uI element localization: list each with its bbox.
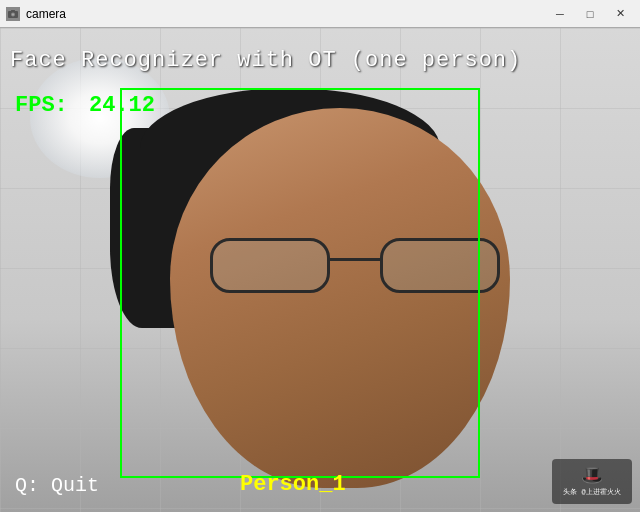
window-title: camera [26,7,546,21]
camera-viewport: Face Recognizer with OT (one person) FPS… [0,28,640,512]
maximize-button[interactable]: □ [576,4,604,24]
watermark: 🎩 头条 @上进霍火火 [552,459,632,504]
fps-label: FPS: [15,93,68,118]
person-label: Person_1 [240,472,346,497]
watermark-icon: 🎩 [581,467,603,485]
overlay-title: Face Recognizer with OT (one person) [10,48,630,73]
face-detection-box [120,88,480,478]
svg-rect-3 [11,10,15,12]
watermark-text: 头条 @上进霍火火 [563,487,620,497]
svg-point-2 [12,13,14,15]
quit-label: Q: Quit [15,474,99,497]
main-window: camera ─ □ ✕ Face Recogni [0,0,640,512]
fps-display: FPS: 24.12 [15,93,155,118]
title-bar: camera ─ □ ✕ [0,0,640,28]
close-button[interactable]: ✕ [606,4,634,24]
minimize-button[interactable]: ─ [546,4,574,24]
app-icon [6,7,20,21]
window-controls: ─ □ ✕ [546,4,634,24]
fps-value: 24.12 [89,93,155,118]
